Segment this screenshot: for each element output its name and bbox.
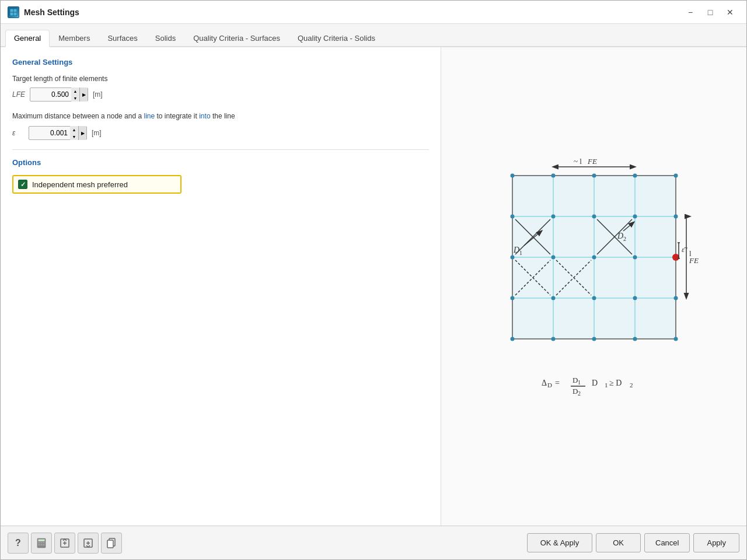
lfe-increment[interactable]: ▲ bbox=[71, 88, 79, 94]
svg-rect-88 bbox=[107, 540, 113, 548]
right-panel: D 1 D 2 ~ l FE l FE ~ ε bbox=[441, 47, 746, 526]
calculator-button[interactable] bbox=[31, 533, 52, 554]
main-content: General Settings Target length of finite… bbox=[1, 47, 746, 526]
divider-1 bbox=[12, 149, 429, 150]
import-button[interactable] bbox=[78, 533, 99, 554]
help-button[interactable]: ? bbox=[8, 533, 29, 554]
lfe-input[interactable]: 0.500 bbox=[30, 89, 71, 100]
lfe-unit: [m] bbox=[93, 90, 103, 99]
mesh-diagram: D 1 D 2 ~ l FE l FE ~ ε bbox=[477, 146, 711, 426]
copy-button[interactable] bbox=[101, 533, 122, 554]
svg-point-14 bbox=[673, 174, 678, 178]
svg-point-20 bbox=[510, 256, 514, 260]
svg-point-31 bbox=[551, 337, 555, 341]
svg-text:1: 1 bbox=[519, 250, 522, 256]
svg-text:~ l: ~ l bbox=[574, 157, 582, 166]
svg-rect-74 bbox=[39, 539, 45, 541]
general-settings-title: General Settings bbox=[12, 58, 429, 66]
svg-text:D: D bbox=[573, 387, 578, 396]
close-button[interactable]: ✕ bbox=[721, 4, 739, 20]
svg-rect-77 bbox=[43, 542, 45, 543]
ok-button[interactable]: OK bbox=[596, 533, 641, 552]
svg-point-26 bbox=[551, 296, 555, 300]
epsilon-input[interactable]: 0.001 bbox=[29, 128, 70, 138]
epsilon-decrement[interactable]: ▼ bbox=[70, 133, 78, 140]
svg-point-16 bbox=[551, 215, 555, 219]
footer: ? bbox=[1, 526, 746, 559]
svg-text:ε: ε bbox=[682, 245, 685, 254]
export-button[interactable] bbox=[54, 533, 75, 554]
svg-point-30 bbox=[510, 337, 514, 341]
svg-text:FE: FE bbox=[689, 256, 699, 265]
epsilon-spinner-controls: ▲ ▼ bbox=[70, 126, 78, 140]
svg-point-17 bbox=[592, 215, 596, 219]
svg-text:Δ: Δ bbox=[542, 379, 547, 387]
tab-quality-criteria-solids[interactable]: Quality Criteria - Solids bbox=[289, 30, 384, 46]
svg-point-19 bbox=[673, 215, 678, 219]
lfe-decrement[interactable]: ▼ bbox=[71, 94, 79, 102]
title-bar: Mesh Settings − □ ✕ bbox=[1, 1, 746, 24]
tab-surfaces[interactable]: Surfaces bbox=[99, 30, 146, 46]
svg-text:1: 1 bbox=[605, 382, 608, 388]
svg-point-28 bbox=[633, 296, 637, 300]
svg-text:1: 1 bbox=[578, 379, 581, 386]
svg-text:D: D bbox=[573, 376, 578, 384]
tabs-bar: General Members Surfaces Solids Quality … bbox=[1, 24, 746, 47]
svg-text:D: D bbox=[617, 232, 623, 240]
target-length-label: Target length of finite elements bbox=[12, 75, 429, 83]
lfe-field-row: LFE 0.500 ▲ ▼ ▶ [m] bbox=[12, 88, 429, 102]
svg-point-35 bbox=[672, 254, 679, 261]
epsilon-field-row: ε 0.001 ▲ ▼ ▶ [m] bbox=[12, 126, 429, 140]
svg-point-29 bbox=[673, 296, 678, 300]
lfe-arrow-btn[interactable]: ▶ bbox=[79, 88, 88, 102]
tab-quality-criteria-surfaces[interactable]: Quality Criteria - Surfaces bbox=[184, 30, 289, 46]
svg-point-22 bbox=[592, 256, 596, 260]
left-panel: General Settings Target length of finite… bbox=[1, 47, 441, 526]
window-controls: − □ ✕ bbox=[681, 4, 739, 20]
epsilon-increment[interactable]: ▲ bbox=[70, 126, 78, 133]
lfe-spinner-controls: ▲ ▼ bbox=[71, 88, 79, 102]
svg-text:D: D bbox=[547, 382, 552, 388]
minimize-button[interactable]: − bbox=[681, 4, 700, 20]
svg-text:2: 2 bbox=[630, 382, 633, 388]
svg-text:2: 2 bbox=[623, 236, 626, 242]
svg-text:=: = bbox=[555, 379, 560, 387]
epsilon-unit: [m] bbox=[92, 129, 102, 137]
cancel-button[interactable]: Cancel bbox=[644, 533, 690, 552]
svg-point-12 bbox=[592, 174, 596, 178]
independent-mesh-row[interactable]: Independent mesh preferred bbox=[12, 175, 181, 194]
svg-text:FE: FE bbox=[587, 157, 597, 166]
svg-text:2: 2 bbox=[578, 390, 581, 397]
apply-button[interactable]: Apply bbox=[693, 533, 739, 552]
svg-rect-75 bbox=[39, 542, 40, 543]
options-section: Options Independent mesh preferred bbox=[12, 158, 429, 194]
ok-apply-button[interactable]: OK & Apply bbox=[527, 533, 592, 552]
svg-text:≥ D: ≥ D bbox=[609, 379, 622, 387]
svg-point-11 bbox=[551, 174, 555, 178]
svg-point-32 bbox=[592, 337, 596, 341]
independent-mesh-label: Independent mesh preferred bbox=[32, 180, 128, 189]
svg-text:D: D bbox=[592, 379, 598, 387]
svg-point-18 bbox=[633, 215, 637, 219]
svg-point-23 bbox=[633, 256, 637, 260]
epsilon-spinner[interactable]: 0.001 ▲ ▼ ▶ bbox=[29, 126, 87, 140]
tab-members[interactable]: Members bbox=[50, 30, 99, 46]
mesh-settings-window: Mesh Settings − □ ✕ General Members Surf… bbox=[0, 0, 747, 560]
svg-rect-78 bbox=[39, 544, 40, 545]
footer-buttons: OK & Apply OK Cancel Apply bbox=[527, 533, 739, 552]
svg-point-13 bbox=[633, 174, 637, 178]
svg-rect-79 bbox=[41, 544, 43, 545]
tab-general[interactable]: General bbox=[5, 30, 50, 47]
epsilon-arrow-btn[interactable]: ▶ bbox=[78, 126, 86, 140]
svg-point-27 bbox=[592, 296, 596, 300]
options-title: Options bbox=[12, 158, 429, 167]
svg-point-21 bbox=[551, 256, 555, 260]
footer-tools: ? bbox=[8, 533, 527, 554]
independent-mesh-checkbox[interactable] bbox=[18, 180, 27, 189]
maximize-button[interactable]: □ bbox=[701, 4, 720, 20]
lfe-spinner[interactable]: 0.500 ▲ ▼ ▶ bbox=[30, 88, 88, 102]
svg-point-25 bbox=[510, 296, 514, 300]
tab-solids[interactable]: Solids bbox=[146, 30, 184, 46]
epsilon-prefix: ε bbox=[12, 129, 24, 137]
max-distance-label: Maximum distance between a node and a li… bbox=[12, 111, 429, 121]
